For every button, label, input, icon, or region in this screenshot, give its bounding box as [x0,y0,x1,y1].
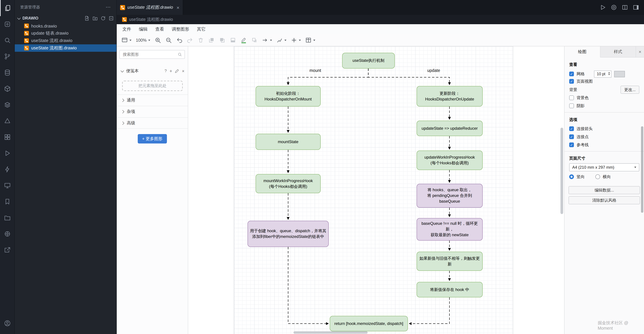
undo-icon[interactable] [176,37,182,43]
table-button[interactable] [305,37,315,43]
node-compare-trigger[interactable]: 如果新值与旧值不相等，则触发更新 [416,252,483,271]
split-editor-icon[interactable] [622,4,628,11]
run-debug-icon[interactable] [0,145,14,161]
grid-color-swatch[interactable] [614,71,625,77]
connection-arrows-checkbox[interactable] [569,126,574,131]
shape-section-general[interactable]: 通用 [117,94,188,106]
kubernetes-wheel-icon[interactable] [0,226,14,242]
share-icon[interactable] [0,242,14,258]
grid-checkbox[interactable] [569,72,574,76]
layers-icon[interactable] [0,97,14,113]
collapse-all-icon[interactable] [109,16,114,21]
waypoints-style-button[interactable] [276,37,286,43]
database-icon[interactable] [0,65,14,81]
scratchpad-dropzone[interactable]: 把元素拖至此处 [122,81,183,91]
shadow-checkbox[interactable] [569,103,574,108]
remote-explorer-icon[interactable] [0,178,14,194]
node-update-stage[interactable]: 更新阶段： HooksDispatcherOnUpdate [416,86,483,106]
new-folder-icon[interactable] [92,16,98,21]
zoom-in-icon[interactable] [155,37,161,43]
node-mount-state[interactable]: mountState [256,134,321,150]
explorer-icon[interactable] [0,0,14,16]
refresh-icon[interactable] [100,16,106,21]
container-icon[interactable] [0,81,14,97]
menu-file[interactable]: 文件 [122,26,132,33]
folder-row-drawio[interactable]: DRAWIO [15,14,116,22]
node-mount-create[interactable]: 用于创建 hook、queue、dispatch，并将其 添加到fiber中的m… [248,221,329,247]
run-icon[interactable] [600,4,606,11]
pages-view-button[interactable] [122,37,132,43]
new-file-icon[interactable] [84,16,90,21]
scratchpad-header[interactable]: 便笺本 ? + × [120,68,184,74]
edit-pencil-icon[interactable] [175,69,179,73]
bookmarks-icon[interactable] [0,194,14,210]
delete-icon[interactable] [198,37,204,43]
menu-view[interactable]: 查看 [154,26,165,33]
shadow-icon[interactable] [251,37,258,43]
landscape-radio[interactable] [595,175,600,179]
close-icon[interactable]: × [182,68,184,73]
close-icon[interactable]: × [176,5,180,10]
shape-search-input[interactable] [122,52,176,57]
menu-extras[interactable]: 其它 [196,26,206,33]
clear-default-style-button[interactable]: 清除默认风格 [568,196,640,204]
redo-icon[interactable] [187,37,193,43]
menu-edit[interactable]: 编辑 [138,26,148,33]
diagram-canvas[interactable]: mount update useState执行机制 初始化阶段： HooksDi… [188,46,564,334]
file-item[interactable]: useState 流程.drawio [15,37,116,44]
connection-points-checkbox[interactable] [569,134,574,139]
background-color-checkbox[interactable] [569,95,574,100]
project-folder-icon[interactable] [0,210,14,226]
guides-checkbox[interactable] [569,142,574,147]
zoom-out-icon[interactable] [165,37,172,43]
node-take-queue[interactable]: 将 hooks、queue 取出， 将 pendingQueue 合并到 bas… [416,184,483,208]
node-title[interactable]: useState执行机制 [342,53,395,69]
paper-size-select[interactable]: A4 (210 mm x 297 mm) [569,163,639,171]
more-actions-icon[interactable]: ⋯ [106,4,111,10]
line-color-icon[interactable] [240,37,247,43]
triangle-tool-icon[interactable] [0,113,14,129]
extensions-icon[interactable] [0,129,14,145]
node-update-reducer[interactable]: updateState => updateReducer [416,121,483,136]
fill-color-icon[interactable] [230,37,236,43]
node-return[interactable]: return [hook.memoizedState, dispatch] [330,316,408,331]
change-background-button[interactable]: 更改... [620,86,639,94]
node-mount-stage[interactable]: 初始化阶段： HooksDispatcherOnMount [256,86,321,106]
portrait-radio[interactable] [569,175,574,179]
close-icon[interactable]: × [636,46,644,57]
add-icon[interactable]: + [170,68,172,74]
to-back-icon[interactable] [219,37,226,43]
account-icon[interactable] [0,315,14,331]
insert-button[interactable] [291,37,301,43]
grid-size-input[interactable]: 10 pt [594,70,612,77]
edit-data-button[interactable]: 编辑数据... [568,186,640,194]
tab-style[interactable]: 样式 [600,46,636,57]
node-loop-update[interactable]: baseQueue !== null 时，循环更新， 获取最新的 newStat… [416,218,483,241]
to-front-icon[interactable] [208,37,215,43]
editor-tab[interactable]: useState 流程图.drawio × [117,0,183,15]
breadcrumb[interactable]: useState 流程图.drawio [117,15,644,24]
breadcrumb-item[interactable]: useState 流程图.drawio [129,17,173,22]
shape-search-box[interactable] [120,50,185,59]
source-control-icon[interactable] [0,48,14,65]
canvas-vertical-scrollbar[interactable] [560,128,563,214]
connection-style-button[interactable] [262,37,272,43]
canvas-horizontal-scrollbar[interactable] [294,331,368,334]
node-update-wip-hook[interactable]: updateWorkInProgressHook (每个Hooks都会调用) [416,150,483,170]
tab-diagram[interactable]: 绘图 [564,46,600,57]
window-scrollbar[interactable] [641,126,643,213]
file-item-selected[interactable]: useState 流程图.drawio [15,44,116,52]
thunder-client-icon[interactable] [0,161,14,178]
zoom-level-dropdown[interactable]: 100% [136,38,150,43]
extension-logo-icon[interactable] [610,4,617,11]
help-icon[interactable]: ? [164,69,167,73]
file-item[interactable]: update 链表.drawio [15,30,116,37]
node-mount-wip-hook[interactable]: mountWorkInProgressHook (每个Hooks都会调用) [256,174,321,193]
extension-generic-icon[interactable] [0,16,14,32]
page-view-checkbox[interactable] [569,79,574,84]
shape-section-advanced[interactable]: 高级 [117,117,188,129]
shape-section-misc[interactable]: 杂项 [117,106,188,117]
search-icon[interactable] [0,32,14,48]
more-shapes-button[interactable]: + 更多图形 [138,134,167,143]
customize-layout-icon[interactable] [632,4,639,11]
